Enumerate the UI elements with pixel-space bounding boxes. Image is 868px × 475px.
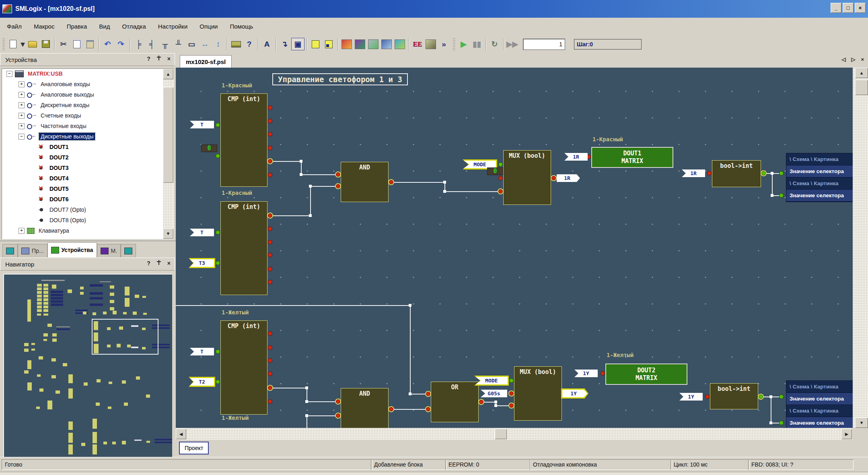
signal-tag-1r[interactable]: 1R: [564, 153, 588, 161]
tree-expander-icon[interactable]: +: [19, 113, 25, 119]
input-pin[interactable]: [498, 162, 503, 167]
output-pin[interactable]: [268, 345, 272, 350]
tree-item[interactable]: ←DOUT8 (Opto): [2, 215, 174, 225]
output-pin[interactable]: [268, 159, 272, 163]
tree-expander-icon[interactable]: −: [19, 134, 25, 140]
input-pin[interactable]: [216, 380, 220, 384]
selector-panel-header[interactable]: \ Схема \ Картинка: [786, 153, 853, 165]
tree-item[interactable]: +→Счетные входы: [2, 110, 174, 121]
navigator-pin-icon[interactable]: [157, 260, 161, 266]
canvas-scroll-right-icon[interactable]: ▶: [841, 429, 852, 439]
align-bottom-icon[interactable]: ╨: [172, 38, 185, 50]
font-icon[interactable]: A: [260, 38, 274, 50]
tree-scroll-down-icon[interactable]: ▼: [163, 228, 173, 239]
output-pin[interactable]: [759, 394, 763, 399]
output-pin[interactable]: [268, 132, 272, 136]
project-tab[interactable]: Проект: [179, 442, 209, 454]
canvas-scroll-left-icon[interactable]: ◀: [176, 429, 186, 439]
tree-item[interactable]: ✕DOUT3: [2, 163, 174, 173]
input-pin[interactable]: [509, 378, 514, 383]
image-tool-2-icon[interactable]: [353, 38, 366, 50]
canvas-vscroll-thumb[interactable]: [855, 80, 868, 95]
signal-tag-mode[interactable]: MODE: [475, 377, 508, 384]
input-pin[interactable]: [705, 394, 710, 399]
selector-panel-value[interactable]: Значение селектора: [786, 190, 853, 202]
selector-panel[interactable]: \ Схема \ КартинкаЗначение селектора\ Сх…: [786, 380, 853, 428]
input-pin[interactable]: [426, 407, 430, 411]
tree-item[interactable]: ←DOUT7 (Opto): [2, 204, 174, 215]
image-tool-4-icon[interactable]: [380, 38, 393, 50]
skip-icon[interactable]: ▶▶: [506, 38, 519, 50]
output-pin[interactable]: [268, 372, 272, 376]
signal-tag-t3[interactable]: T3: [190, 259, 214, 267]
input-pin[interactable]: [336, 184, 340, 188]
tree-scroll-thumb[interactable]: [163, 87, 173, 183]
output-pin[interactable]: [268, 227, 272, 231]
tree-expander-icon[interactable]: +: [19, 81, 25, 87]
help-icon[interactable]: ?: [243, 38, 256, 50]
mux2-block[interactable]: MUX (bool): [514, 366, 562, 421]
save-icon[interactable]: [39, 38, 52, 50]
bool-int-1-block[interactable]: bool->int: [712, 160, 761, 187]
document-tab[interactable]: mx1020-sf.psl: [180, 55, 232, 68]
tree-item[interactable]: +←Аналоговые выходы: [2, 89, 174, 100]
open-icon[interactable]: [26, 38, 39, 50]
output-pin[interactable]: [268, 253, 272, 257]
paste-icon[interactable]: [83, 38, 97, 50]
tree-item[interactable]: ✕DOUT4: [2, 173, 174, 184]
menu-item-6[interactable]: Опции: [194, 21, 223, 32]
input-pin[interactable]: [216, 261, 220, 265]
block-mode-icon[interactable]: ▣: [291, 38, 304, 50]
navigator-minimap[interactable]: [3, 274, 172, 457]
tree-expander-icon[interactable]: −: [6, 71, 12, 77]
input-pin[interactable]: [498, 176, 503, 180]
eeprom-editor-icon[interactable]: EE: [411, 38, 424, 50]
pause-icon[interactable]: ▮▮: [470, 38, 483, 50]
tree-item[interactable]: +→Дискретные входы: [2, 100, 174, 110]
cmp3-block[interactable]: CMP (int): [220, 320, 267, 415]
input-pin[interactable]: [216, 349, 220, 354]
signal-tag-t[interactable]: T: [190, 121, 214, 128]
copy-icon[interactable]: [70, 38, 83, 50]
cut-icon[interactable]: ✂: [57, 38, 70, 50]
selector-panel-value[interactable]: Значение селектора: [786, 393, 853, 405]
signal-tag-t[interactable]: T: [190, 348, 214, 355]
new-dropdown-icon[interactable]: ▾: [20, 38, 26, 50]
step-count-input[interactable]: [523, 39, 565, 50]
input-pin[interactable]: [336, 172, 340, 177]
and2-block[interactable]: AND: [341, 388, 389, 428]
mux1-block[interactable]: MUX (bool): [503, 150, 551, 205]
output-pin[interactable]: [268, 213, 272, 218]
navigator-close-icon[interactable]: ×: [167, 260, 171, 266]
image-tool-3-icon[interactable]: [366, 38, 380, 50]
tree-expander-icon[interactable]: +: [19, 228, 25, 234]
navigator-help-icon[interactable]: ?: [147, 260, 150, 266]
tab-project[interactable]: Пр...: [18, 244, 47, 257]
selector-panel-value[interactable]: Значение селектора: [786, 417, 853, 428]
input-pin[interactable]: [509, 403, 514, 408]
output-pin[interactable]: [389, 180, 393, 184]
selector-panel[interactable]: \ Схема \ КартинкаЗначение селектора\ Сх…: [786, 153, 853, 202]
signal-tag-1y[interactable]: 1Y: [679, 393, 703, 401]
output-pin[interactable]: [268, 105, 272, 110]
tree-scrollbar[interactable]: ▲▼: [163, 69, 173, 239]
minimap-viewport[interactable]: [92, 319, 158, 355]
input-pin[interactable]: [336, 399, 340, 404]
menu-item-4[interactable]: Отладка: [117, 21, 151, 32]
tab-windows[interactable]: [2, 244, 18, 257]
align-right-icon[interactable]: ╡: [145, 38, 158, 50]
output-pin[interactable]: [268, 399, 272, 404]
maximize-button[interactable]: □: [843, 3, 854, 13]
tree-expander-icon[interactable]: +: [19, 102, 25, 108]
tree-item[interactable]: ✕DOUT6: [2, 194, 174, 204]
canvas-hscroll-thumb[interactable]: [495, 429, 507, 439]
cmp1-block[interactable]: CMP (int): [220, 93, 267, 187]
run-icon[interactable]: ▶: [457, 38, 470, 50]
signal-tag-t[interactable]: T: [190, 229, 214, 236]
output-pin[interactable]: [268, 331, 272, 336]
output-pin[interactable]: [389, 407, 393, 411]
minimize-button[interactable]: _: [831, 3, 841, 13]
canvas-vertical-scrollbar[interactable]: ▲▼: [853, 68, 868, 428]
input-pin[interactable]: [509, 391, 514, 396]
close-button[interactable]: ×: [855, 3, 866, 13]
